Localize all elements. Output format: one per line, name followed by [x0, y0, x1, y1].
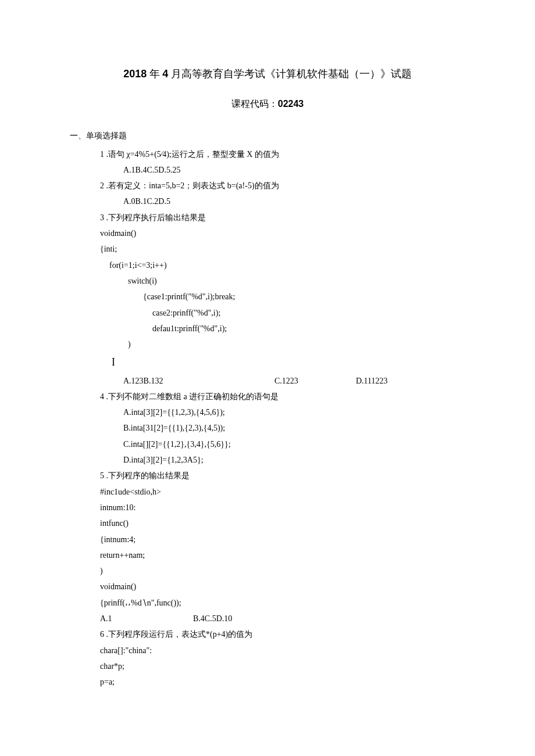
- q5-code-5: return++nam;: [70, 547, 465, 563]
- q5-code-8: {prinff(،،%d∖n",func());: [70, 595, 465, 611]
- q5-code-7: voidmain(): [70, 579, 465, 594]
- q5-stem: 5 .下列程序的输出结果是: [81, 468, 465, 483]
- q5-options: A.1B.4C.5D.10: [70, 611, 465, 626]
- q3-opt-d: D.111223: [356, 373, 388, 389]
- q5-code-2: intnum:10:: [70, 500, 465, 515]
- q1-options: A.1B.4C.5D.5.25: [70, 162, 465, 178]
- q3-opt-c: C.1223: [274, 373, 356, 389]
- q4-opt-c: C.inta[][2]={{1,2},{3,4},{5,6}};: [70, 436, 465, 452]
- course-code-label: 课程代码：: [231, 99, 278, 109]
- q6-stem: 6 .下列程序段运行后，表达式*(p+4)的值为: [81, 626, 465, 642]
- q3-code-5: {case1:printf("%d",i);break;: [70, 289, 465, 304]
- content: 一、单项选择题 1 .语句 χ=4%5+(5⁄4);运行之后，整型变量 X 的值…: [70, 128, 465, 690]
- title-rest: 月高等教育自学考试《计算机软件基础（一）》试题: [168, 68, 412, 80]
- subtitle: 课程代码：02243: [70, 95, 465, 113]
- q3-code-6: case2:prinff("%d",i);: [70, 305, 465, 321]
- q3-code-7: defau1t:prinff("%d",i);: [70, 321, 465, 336]
- q5-opt-rest: B.4C.5D.10: [193, 611, 232, 626]
- q6-code-1: chara[]:"china":: [70, 643, 465, 658]
- q2-options: A.0B.1C.2D.5: [70, 194, 465, 209]
- title-year: 2018: [123, 68, 147, 80]
- title-mid1: 年: [147, 68, 162, 80]
- course-code: 02243: [278, 99, 304, 109]
- q5-opt-a: A.1: [100, 611, 193, 626]
- q2-stem: 2 .若有定义：inta=5,b=2；则表达式 b=(a!-5)的值为: [81, 178, 465, 194]
- page-title: 2018 年 4 月高等教育自学考试《计算机软件基础（一）》试题: [70, 64, 465, 84]
- q4-opt-d: D.inta[3][2]={1,2,3A5};: [70, 452, 465, 468]
- section-1-heading: 一、单项选择题: [70, 128, 465, 144]
- q6-code-2: char*p;: [70, 658, 465, 674]
- q1-stem: 1 .语句 χ=4%5+(5⁄4);运行之后，整型变量 X 的值为: [81, 146, 465, 162]
- q4-stem: 4 .下列不能对二维数组 a 进行正确初始化的语句是: [81, 389, 465, 404]
- exam-page: 2018 年 4 月高等教育自学考试《计算机软件基础（一）》试题 课程代码：02…: [0, 0, 535, 725]
- q3-stem: 3 .下列程序执行后输出结果是: [81, 210, 465, 225]
- q3-code-8: ): [70, 336, 465, 352]
- title-month: 4: [162, 68, 168, 80]
- q5-code-6: ): [70, 563, 465, 579]
- q3-code-1: voidmain(): [70, 225, 465, 241]
- q3-code-4: switch(i): [70, 273, 465, 289]
- q3-code-2: {inti;: [70, 241, 465, 257]
- q3-options: A.123B.132C.1223D.111223: [70, 373, 465, 389]
- q3-code-3: for(i=1;i<=3;i++): [70, 257, 465, 273]
- q5-code-1: #inc1ude<stdio,h>: [70, 484, 465, 500]
- q5-code-4: {intnum:4;: [70, 532, 465, 547]
- q4-opt-b: B.inta[31[2]={{1),{2,3),{4,5));: [70, 420, 465, 436]
- q6-code-3: p=a;: [70, 674, 465, 690]
- q4-opt-a: A.inta[3][2]={{1,2,3),{4,5,6});: [70, 404, 465, 420]
- q3-opt-ab: A.123B.132: [123, 373, 274, 389]
- q3-code-9: I: [70, 352, 465, 372]
- q5-code-3: intfunc(): [70, 515, 465, 531]
